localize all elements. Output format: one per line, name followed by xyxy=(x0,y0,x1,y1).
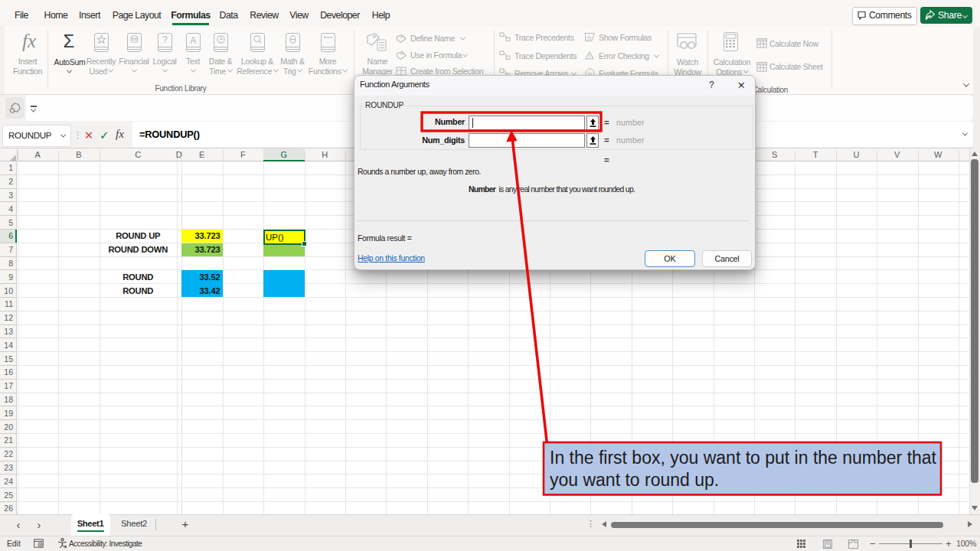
svg-text:you want to round up.: you want to round up. xyxy=(550,470,719,490)
svg-text:In the first box, you want to: In the first box, you want to put in the… xyxy=(550,448,937,468)
